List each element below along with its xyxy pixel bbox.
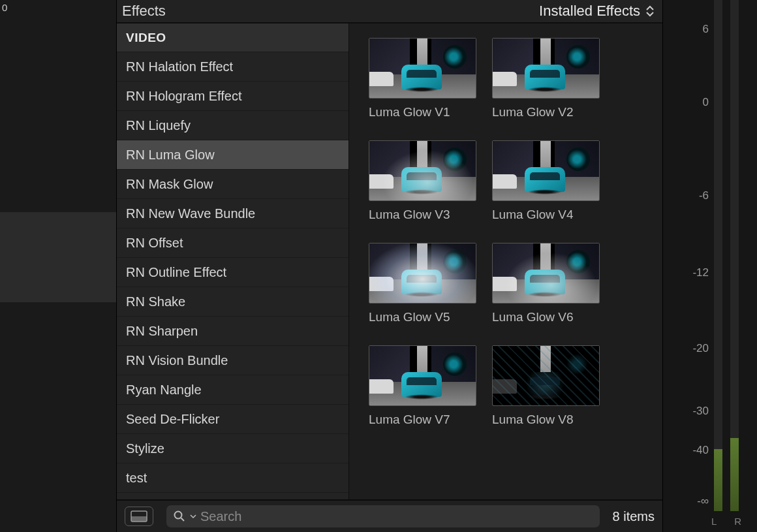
sidebar-section-video: VIDEO [117,23,348,52]
sidebar-item-label: RN Shake [126,294,185,309]
sidebar-item-ryan-nangle[interactable]: Ryan Nangle [117,375,348,405]
sidebar-item-rn-luma-glow[interactable]: RN Luma Glow [117,140,348,170]
layout-toggle-button[interactable] [125,507,153,526]
sidebar-item-label: RN Offset [126,236,183,251]
meter-label-r: R [734,516,741,527]
meter-tick-label: 0 [703,96,709,109]
effect-thumbnail[interactable] [369,345,476,406]
installed-effects-dropdown[interactable]: Installed Effects [539,3,655,20]
effect-thumbnail[interactable] [369,243,476,304]
sidebar-item-test[interactable]: test [117,463,348,493]
sidebar-item-seed-de-flicker[interactable]: Seed De-Flicker [117,405,348,434]
dropdown-label: Installed Effects [539,3,640,20]
sidebar-item-rn-liquefy[interactable]: RN Liquefy [117,111,348,140]
effects-header: Effects Installed Effects [117,0,662,23]
effects-content: VIDEO RN Halation EffectRN Hologram Effe… [117,23,662,499]
sidebar-item-label: Stylize [126,441,164,456]
effect-item: Luma Glow V5 [369,243,476,324]
effect-label: Luma Glow V3 [369,208,476,222]
sidebar-item-label: RN New Wave Bundle [126,206,255,221]
chevron-sort-icon [645,5,655,17]
chevron-down-icon [190,510,196,522]
meter-tick-label: -40 [692,444,709,457]
svg-line-3 [181,518,185,522]
audio-level-right [730,438,739,511]
effect-label: Luma Glow V5 [369,310,476,324]
effects-grid: Luma Glow V1Luma Glow V2Luma Glow V3Luma… [349,23,662,499]
sidebar-item-label: Seed De-Flicker [126,412,219,427]
audio-level-bars [714,3,739,511]
timeline-marker: 0 [2,2,7,13]
sidebar-item-label: RN Mask Glow [126,177,213,192]
sidebar-item-rn-sharpen[interactable]: RN Sharpen [117,317,348,346]
effect-item: Luma Glow V6 [492,243,600,324]
effect-label: Luma Glow V1 [369,105,476,119]
meter-tick-label: -∞ [697,495,709,508]
sidebar-item-label: Ryan Nangle [126,383,202,398]
effect-label: Luma Glow V7 [369,413,476,427]
meter-scale: 60-6-12-20-30-40-∞ [683,0,709,516]
meter-tick-label: -20 [692,342,709,355]
item-count-label: 8 items [613,509,655,524]
meter-tick-label: -30 [692,405,709,418]
sidebar-item-rn-outline-effect[interactable]: RN Outline Effect [117,258,348,287]
svg-point-2 [175,512,182,519]
effect-thumbnail[interactable] [492,345,600,406]
effect-item: Luma Glow V1 [369,38,476,119]
sidebar-item-label: RN Liquefy [126,118,191,133]
search-input[interactable] [200,509,593,524]
effect-label: Luma Glow V2 [492,105,600,119]
effect-label: Luma Glow V8 [492,413,600,427]
sidebar-item-label: RN Hologram Effect [126,89,241,104]
meter-channel-labels: L R [711,516,741,527]
effect-item: Luma Glow V7 [369,345,476,427]
sidebar-item-rn-vision-bundle[interactable]: RN Vision Bundle [117,346,348,375]
audio-level-left [714,449,722,511]
effect-thumbnail[interactable] [369,140,476,201]
sidebar-item-label: test [126,471,147,486]
timeline-clip-block[interactable] [0,212,116,302]
sidebar-item-label: RN Sharpen [126,324,198,339]
search-field[interactable] [166,505,600,527]
effect-item: Luma Glow V3 [369,140,476,222]
meter-tick-label: 6 [703,23,709,36]
audio-meter-panel: 60-6-12-20-30-40-∞ L R [663,0,757,532]
meter-tick-label: -12 [692,266,709,279]
effects-category-sidebar: VIDEO RN Halation EffectRN Hologram Effe… [117,23,349,499]
effects-title: Effects [122,3,166,20]
effect-thumbnail[interactable] [492,140,600,201]
sidebar-item-label: RN Halation Effect [126,59,233,74]
sidebar-item-rn-halation-effect[interactable]: RN Halation Effect [117,52,348,82]
effect-item: Luma Glow V4 [492,140,600,222]
effect-item: Luma Glow V8 [492,345,600,427]
svg-rect-1 [131,516,147,522]
sidebar-item-rn-hologram-effect[interactable]: RN Hologram Effect [117,82,348,111]
effect-label: Luma Glow V4 [492,208,600,222]
left-gutter: 0 [0,0,116,532]
effects-browser: Effects Installed Effects VIDEO RN Halat… [116,0,663,532]
search-icon [173,510,186,523]
meter-tick-label: -6 [699,189,709,202]
effect-thumbnail[interactable] [369,38,476,99]
sidebar-item-rn-shake[interactable]: RN Shake [117,287,348,317]
effect-thumbnail[interactable] [492,38,600,99]
effect-item: Luma Glow V2 [492,38,600,119]
sidebar-item-rn-mask-glow[interactable]: RN Mask Glow [117,170,348,199]
effects-footer: 8 items [117,499,662,532]
sidebar-item-stylize[interactable]: Stylize [117,434,348,463]
sidebar-item-rn-offset[interactable]: RN Offset [117,228,348,258]
sidebar-item-rn-new-wave-bundle[interactable]: RN New Wave Bundle [117,199,348,228]
effect-label: Luma Glow V6 [492,310,600,324]
sidebar-item-label: RN Luma Glow [126,148,215,163]
sidebar-item-label: RN Outline Effect [126,265,226,280]
sidebar-item-label: RN Vision Bundle [126,353,228,368]
meter-label-l: L [711,516,717,527]
effect-thumbnail[interactable] [492,243,600,304]
